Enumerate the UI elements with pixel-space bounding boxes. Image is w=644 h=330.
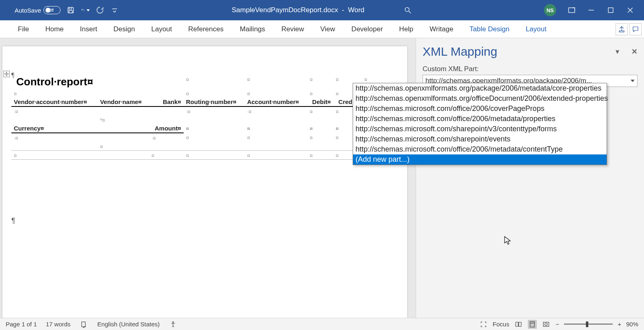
svg-rect-16 <box>544 322 549 326</box>
user-avatar[interactable]: NS <box>544 4 556 16</box>
svg-rect-14 <box>530 321 535 327</box>
ribbon-tabs: File Home Insert Design Layout Reference… <box>0 20 644 38</box>
xml-option-5[interactable]: http://schemas.microsoft.com/sharepoint/… <box>353 134 607 144</box>
report-table: Control·report¤ ¤¤¤¤¤ ¤ ¤¤¤¤¤ Vendor·acc… <box>11 75 385 160</box>
xml-option-1[interactable]: http://schemas.openxmlformats.org/office… <box>353 93 607 104</box>
read-mode-icon[interactable] <box>514 320 523 329</box>
xml-option-0[interactable]: http://schemas.openxmlformats.org/packag… <box>353 83 607 93</box>
status-bar: Page 1 of 1 17 words English (United Sta… <box>0 318 644 330</box>
col-routing: Routing·number¤ <box>184 98 245 106</box>
svg-rect-11 <box>619 30 624 32</box>
status-page[interactable]: Page 1 of 1 <box>6 321 37 328</box>
xml-option-add-new[interactable]: (Add new part...) <box>353 154 607 165</box>
col-account: Account·number¤ <box>245 98 307 106</box>
svg-rect-12 <box>82 322 85 327</box>
svg-line-5 <box>409 11 411 13</box>
save-icon[interactable] <box>66 6 75 15</box>
qat-overflow-icon[interactable] <box>110 6 119 15</box>
table-move-handle[interactable] <box>3 71 10 77</box>
col-debit: Debit¤ <box>307 98 333 106</box>
tab-insert[interactable]: Insert <box>72 20 106 38</box>
xml-option-6[interactable]: http://schemas.microsoft.com/office/2006… <box>353 144 607 154</box>
web-layout-icon[interactable] <box>542 320 551 329</box>
tab-developer[interactable]: Developer <box>343 20 391 38</box>
share-icon[interactable] <box>616 23 628 35</box>
col-vendor-name: Vendor·name¤ <box>98 98 149 106</box>
svg-rect-2 <box>69 11 72 13</box>
paragraph-end: ¶ <box>11 217 15 225</box>
tab-table-layout[interactable]: Layout <box>518 20 555 38</box>
undo-icon[interactable] <box>81 6 90 15</box>
page: ¶ Control·report¤ ¤¤¤¤¤ ¤ ¤¤¤¤¤ Vendor·a… <box>2 46 407 318</box>
tab-mailings[interactable]: Mailings <box>232 20 273 38</box>
svg-point-13 <box>173 321 174 323</box>
document-title: SampleVendPaymDocReport.docx - Word <box>232 6 364 14</box>
xml-option-4[interactable]: http://schemas.microsoft.com/sharepoint/… <box>353 124 607 134</box>
tab-design[interactable]: Design <box>105 20 143 38</box>
document-area[interactable]: ¶ Control·report¤ ¤¤¤¤¤ ¤ ¤¤¤¤¤ Vendor·a… <box>0 38 416 318</box>
zoom-out-button[interactable]: − <box>555 321 559 328</box>
report-title: Control·report¤ <box>14 75 93 90</box>
tab-view[interactable]: View <box>312 20 343 38</box>
zoom-in-button[interactable]: + <box>618 321 621 328</box>
search-icon[interactable] <box>403 6 412 15</box>
pane-menu-icon[interactable]: ▾ <box>616 47 619 56</box>
status-focus[interactable]: Focus <box>493 321 510 328</box>
minimize-icon[interactable] <box>587 6 595 14</box>
pane-close-icon[interactable]: ✕ <box>631 47 637 56</box>
redo-icon[interactable] <box>95 6 104 15</box>
tab-help[interactable]: Help <box>391 20 421 38</box>
svg-point-17 <box>545 323 547 326</box>
tab-references[interactable]: References <box>180 20 232 38</box>
zoom-slider[interactable] <box>564 323 613 325</box>
custom-xml-label: Custom XML Part: <box>423 65 637 73</box>
maximize-icon[interactable] <box>607 6 615 14</box>
custom-xml-dropdown: http://schemas.openxmlformats.org/packag… <box>353 83 607 165</box>
chevron-down-icon <box>631 80 635 82</box>
title-bar: AutoSave SampleVendPaymDocReport.docx - … <box>0 0 644 20</box>
xml-option-2[interactable]: http://schemas.microsoft.com/office/2006… <box>353 104 607 114</box>
spellcheck-icon[interactable] <box>80 320 89 329</box>
status-language[interactable]: English (United States) <box>98 321 160 328</box>
tab-home[interactable]: Home <box>37 20 72 38</box>
autosave-toggle[interactable]: AutoSave <box>15 6 61 14</box>
svg-rect-6 <box>569 8 575 13</box>
tab-table-design[interactable]: Table Design <box>462 20 518 38</box>
focus-icon[interactable] <box>479 320 488 329</box>
ribbon-display-icon[interactable] <box>568 6 576 14</box>
col-amount: Amount¤ <box>149 124 184 133</box>
col-bank: Bank¤ <box>149 98 184 106</box>
pane-title: XML Mapping <box>423 45 497 59</box>
xml-option-3[interactable]: http://schemas.microsoft.com/office/2006… <box>353 114 607 124</box>
tab-review[interactable]: Review <box>273 20 312 38</box>
status-words[interactable]: 17 words <box>46 321 71 328</box>
xml-mapping-pane: XML Mapping ▾ ✕ Custom XML Part: http://… <box>416 38 644 318</box>
close-icon[interactable] <box>626 6 634 14</box>
comments-icon[interactable] <box>629 23 642 35</box>
svg-rect-1 <box>69 7 72 9</box>
accessibility-icon[interactable] <box>169 320 178 329</box>
print-layout-icon[interactable] <box>528 320 537 329</box>
col-currency: Currency¤ <box>11 124 98 133</box>
svg-rect-8 <box>608 8 613 13</box>
tab-file[interactable]: File <box>10 20 37 38</box>
svg-point-4 <box>405 7 409 11</box>
tab-writage[interactable]: Writage <box>421 20 461 38</box>
col-vendor-account: Vendor·account·number¤ <box>11 98 98 106</box>
tab-layout[interactable]: Layout <box>143 20 180 38</box>
autosave-label: AutoSave <box>15 7 41 14</box>
status-zoom[interactable]: 90% <box>626 321 638 328</box>
